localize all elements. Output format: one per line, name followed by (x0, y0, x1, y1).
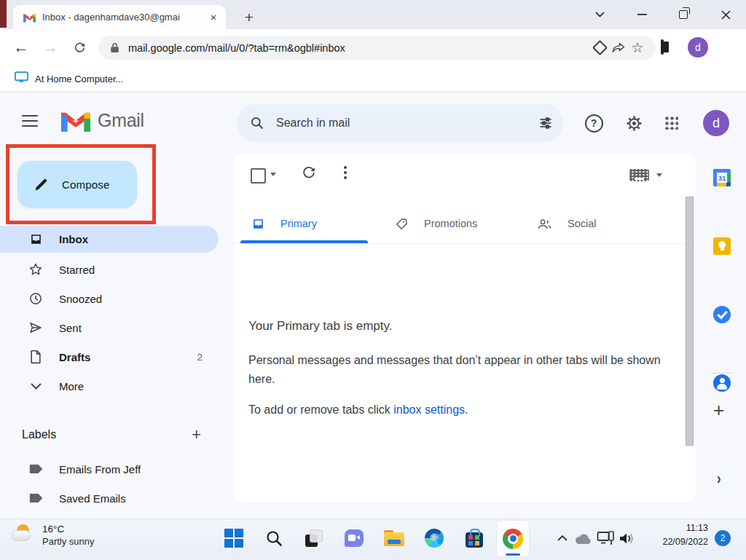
window-minimize-button[interactable] (625, 0, 659, 29)
tab-search-chevron-icon[interactable] (583, 0, 616, 29)
labels-header: Labels + (0, 421, 219, 449)
input-tools-keyboard-icon[interactable] (629, 169, 649, 181)
help-button[interactable]: ? (579, 109, 608, 138)
chrome-button-active[interactable] (496, 520, 530, 557)
empty-state-title: Your Primary tab is empty. (248, 319, 392, 334)
taskbar-search-button[interactable] (258, 522, 290, 554)
settings-button[interactable] (619, 109, 648, 138)
tab-social[interactable]: Social (537, 204, 597, 243)
empty-state-body: Personal messages and messages that don’… (248, 351, 672, 389)
file-explorer-button[interactable] (378, 522, 410, 554)
sidebar-item-label: Drafts (59, 351, 197, 363)
back-button[interactable]: ← (9, 35, 34, 60)
clock-time: 11:13 (639, 521, 708, 535)
extension-icon[interactable] (590, 42, 609, 53)
screen-corner-artifact (0, 0, 7, 28)
notification-badge[interactable]: 2 (715, 530, 731, 546)
select-all-checkbox[interactable] (251, 168, 266, 184)
tab-close-icon[interactable]: × (207, 11, 220, 24)
rail-divider (710, 373, 734, 374)
store-icon (466, 532, 483, 548)
draft-icon (28, 350, 44, 364)
sidebar-item-sent[interactable]: Sent (0, 313, 219, 342)
link-prefix: To add or remove tabs click (248, 403, 393, 416)
bookmark-star-icon[interactable]: ☆ (628, 41, 647, 55)
tab-title: Inbox - dagenhamdave30@gmai (42, 12, 207, 23)
sidebar-item-label: Inbox (59, 233, 219, 245)
sidebar-item-more[interactable]: More (0, 371, 219, 401)
forward-button[interactable]: → (38, 35, 63, 60)
bookmark-item[interactable]: At Home Computer... (35, 74, 123, 84)
browser-tab[interactable]: Inbox - dagenhamdave30@gmai × (13, 5, 226, 29)
social-people-icon (537, 218, 552, 230)
onedrive-cloud-icon[interactable] (572, 527, 594, 549)
chrome-icon (503, 529, 523, 549)
gmail-wordmark: Gmail (98, 110, 144, 131)
pencil-icon (34, 177, 49, 192)
label-item[interactable]: Emails From Jeff (0, 454, 219, 484)
sidebar-item-label: Sent (59, 322, 219, 334)
browser-profile-avatar[interactable]: d (688, 37, 708, 58)
tab-promotions[interactable]: Promotions (395, 204, 477, 243)
address-bar[interactable]: mail.google.com/mail/u/0/?tab=rm&ogbl#in… (98, 36, 656, 60)
get-addons-icon[interactable]: + (713, 399, 724, 422)
volume-icon[interactable] (616, 527, 638, 549)
folder-icon (384, 530, 404, 546)
window-restore-button[interactable] (667, 0, 700, 29)
label-item-text: Saved Emails (59, 492, 219, 505)
tray-chevron-up-icon[interactable] (551, 527, 573, 549)
start-button[interactable] (218, 522, 250, 554)
select-dropdown-icon[interactable] (270, 173, 276, 176)
input-tools-dropdown-icon[interactable] (656, 173, 662, 177)
gmail-profile-avatar[interactable]: d (703, 110, 729, 136)
compose-button[interactable]: Compose (17, 161, 137, 208)
search-bar[interactable] (237, 104, 563, 142)
drafts-count: 2 (197, 352, 203, 363)
tasks-icon[interactable] (713, 306, 731, 323)
apps-button[interactable] (657, 109, 686, 138)
side-panel-icon[interactable] (661, 41, 664, 54)
create-label-icon[interactable]: + (192, 425, 201, 444)
label-item[interactable]: Saved Emails (0, 484, 219, 513)
inbox-settings-link[interactable]: inbox settings (393, 403, 465, 416)
share-icon[interactable] (609, 42, 628, 54)
tab-primary[interactable]: Primary (251, 204, 317, 243)
reload-button[interactable] (67, 35, 92, 60)
sidebar-item-inbox[interactable]: Inbox (0, 224, 219, 253)
weather-widget[interactable]: 16°C Partly sunny (10, 523, 95, 548)
send-icon (28, 320, 44, 335)
main-menu-icon[interactable] (22, 115, 38, 127)
compose-label: Compose (62, 178, 110, 191)
star-icon (28, 262, 44, 277)
search-input[interactable] (275, 116, 538, 130)
new-tab-button[interactable]: + (240, 9, 258, 26)
scrollbar-thumb[interactable] (686, 197, 694, 446)
taskbar-clock[interactable]: 11:13 22/09/2022 (639, 521, 708, 549)
window-close-button[interactable] (709, 0, 742, 29)
keep-icon[interactable] (713, 237, 731, 255)
refresh-icon[interactable] (302, 165, 316, 183)
chevron-right-icon[interactable]: › (717, 470, 721, 489)
contacts-icon[interactable] (713, 374, 731, 392)
clock-icon (28, 291, 44, 306)
task-view-button[interactable] (298, 522, 330, 554)
more-options-icon[interactable] (344, 171, 347, 174)
windows-logo-icon (224, 529, 243, 548)
store-button[interactable] (458, 522, 490, 554)
teams-chat-button[interactable] (338, 522, 370, 554)
search-options-icon[interactable] (538, 116, 553, 130)
help-icon: ? (585, 114, 603, 133)
edge-button[interactable] (418, 522, 450, 554)
gmail-logo[interactable]: Gmail (61, 109, 144, 132)
label-tag-icon (28, 463, 44, 475)
network-cast-icon[interactable] (594, 527, 616, 549)
gear-icon (626, 115, 643, 132)
labels-title: Labels (22, 428, 192, 441)
sidebar-item-drafts[interactable]: Drafts 2 (0, 342, 219, 371)
sidebar-item-label: More (59, 380, 219, 393)
calendar-icon[interactable]: 31 (713, 169, 731, 186)
primary-inbox-icon (251, 217, 265, 231)
sidebar-item-starred[interactable]: Starred (0, 255, 219, 284)
bookmarks-bar: At Home Computer... (0, 66, 746, 92)
sidebar-item-snoozed[interactable]: Snoozed (0, 284, 219, 313)
